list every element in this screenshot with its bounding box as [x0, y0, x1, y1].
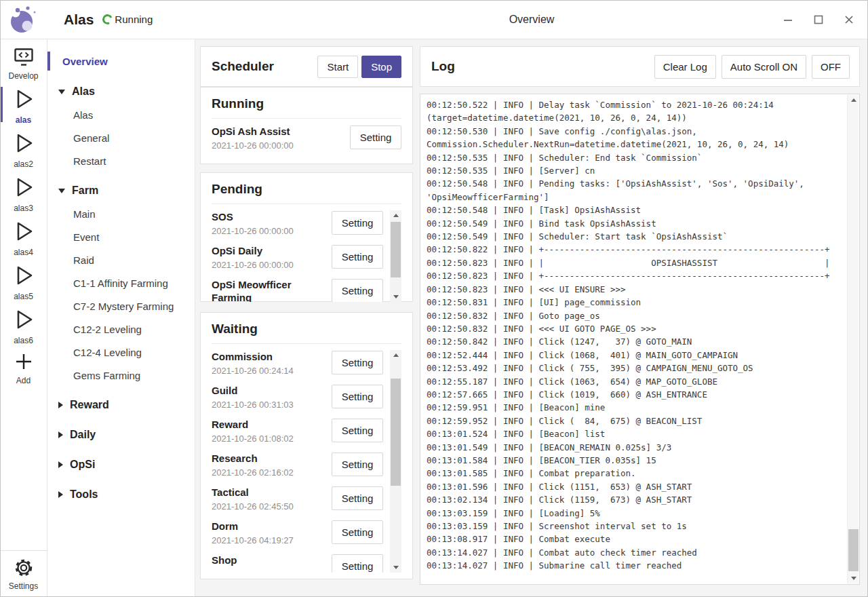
setting-button[interactable]: Setting [332, 419, 383, 442]
menu-section-daily[interactable]: Daily [47, 423, 195, 446]
setting-button[interactable]: Setting [332, 351, 383, 374]
rail-item-settings[interactable]: Settings [0, 550, 47, 597]
log-scrollbar-thumb[interactable] [848, 529, 859, 571]
rail-item-alas4[interactable]: alas4 [0, 216, 47, 260]
scroll-down-icon[interactable] [390, 292, 401, 302]
pending-scrollbar-thumb[interactable] [391, 222, 401, 277]
menu-section-label: Reward [70, 399, 109, 411]
menu-item-gems-farming[interactable]: Gems Farming [47, 364, 195, 387]
task-name: OpSi Ash Assist [212, 125, 320, 138]
play-icon [12, 131, 35, 158]
rail-item-alas5[interactable]: alas5 [0, 260, 47, 304]
auto-scroll-off-button[interactable]: OFF [812, 55, 850, 79]
scroll-up-icon[interactable] [848, 95, 859, 105]
setting-button[interactable]: Setting [332, 279, 383, 302]
menu-item-c1-1-affinity-farming[interactable]: C1-1 Affinity Farming [47, 271, 195, 294]
task-row: Research2021-10-26 02:16:02Setting [212, 452, 383, 486]
menu-section-label: Daily [70, 429, 96, 441]
chevron-down-icon [58, 189, 65, 193]
menu-item-alas[interactable]: Alas [47, 103, 195, 126]
menu-section-label: Tools [70, 488, 98, 501]
task-row: Guild2021-10-26 00:31:03Setting [212, 384, 383, 418]
menu-item-restart[interactable]: Restart [47, 149, 195, 172]
running-spinner-icon [101, 13, 114, 26]
running-list: OpSi Ash Assist2021-10-26 00:00:00Settin… [212, 125, 401, 159]
rail-item-alas6[interactable]: alas6 [0, 304, 47, 348]
task-name: Dorm [212, 520, 320, 533]
maximize-button[interactable] [803, 0, 833, 39]
setting-button[interactable]: Setting [332, 245, 383, 269]
rail-item-label: alas3 [14, 204, 33, 213]
setting-button[interactable]: Setting [332, 452, 383, 476]
menu-item-event[interactable]: Event [47, 225, 195, 248]
task-time: 2021-10-26 02:45:50 [212, 501, 326, 512]
status-label: Running [115, 14, 153, 25]
menu-section-label: Alas [72, 85, 95, 98]
task-name: Research [212, 452, 320, 465]
log-scrollbar[interactable] [847, 95, 859, 583]
auto-scroll-on-button[interactable]: Auto Scroll ON [722, 55, 806, 79]
window-controls [772, 0, 864, 39]
setting-button[interactable]: Setting [332, 211, 383, 235]
setting-button[interactable]: Setting [332, 520, 383, 544]
play-icon [12, 307, 35, 334]
app-name: Alas [64, 12, 94, 28]
develop-icon [12, 47, 35, 70]
menu-section-alas[interactable]: Alas [47, 80, 195, 103]
waiting-scrollbar-thumb[interactable] [391, 379, 401, 486]
pending-scrollbar[interactable] [390, 210, 401, 302]
maximize-icon [814, 15, 823, 24]
rail-item-alas2[interactable]: alas2 [0, 128, 47, 172]
task-name: Tactical [212, 486, 320, 499]
log-output[interactable]: 00:12:50.522 | INFO | Delay task `Commis… [420, 94, 860, 585]
play-icon [12, 87, 35, 114]
task-row: Reward2021-10-26 01:08:02Setting [212, 418, 383, 452]
menu-item-raid[interactable]: Raid [47, 248, 195, 271]
rail-item-add[interactable]: Add [0, 348, 47, 388]
close-button[interactable] [833, 0, 864, 39]
waiting-scrollbar[interactable] [390, 350, 401, 573]
waiting-list: Commission2021-10-26 00:24:14SettingGuil… [212, 350, 401, 573]
task-row: OpSi Ash Assist2021-10-26 00:00:00Settin… [212, 125, 401, 159]
rail-item-develop[interactable]: Develop [0, 43, 47, 83]
rail-item-alas3[interactable]: alas3 [0, 172, 47, 216]
menu-section-farm[interactable]: Farm [47, 179, 195, 202]
menu-item-c12-4-leveling[interactable]: C12-4 Leveling [47, 341, 195, 364]
task-name: Reward [212, 418, 320, 431]
menu-item-general[interactable]: General [47, 126, 195, 149]
play-icon [12, 219, 35, 246]
gear-icon [14, 558, 33, 580]
setting-button[interactable]: Setting [332, 385, 383, 408]
add-icon [14, 351, 34, 374]
task-time: 2021-10-26 01:08:02 [212, 434, 326, 444]
clear-log-button[interactable]: Clear Log [654, 55, 716, 79]
setting-button[interactable]: Setting [350, 126, 401, 149]
chevron-right-icon [58, 402, 63, 408]
scroll-up-icon[interactable] [390, 350, 401, 360]
start-button[interactable]: Start [317, 56, 358, 78]
scroll-down-icon[interactable] [390, 562, 401, 573]
menu-item-main[interactable]: Main [47, 202, 195, 225]
task-time: 2021-10-26 00:24:14 [212, 366, 326, 376]
rail-item-label: Develop [8, 71, 38, 81]
menu-item-c12-2-leveling[interactable]: C12-2 Leveling [47, 317, 195, 341]
setting-button[interactable]: Setting [332, 486, 383, 510]
stop-button[interactable]: Stop [361, 56, 401, 78]
menu-item-c7-2-mystery-farming[interactable]: C7-2 Mystery Farming [47, 294, 195, 317]
log-column: Log Clear Log Auto Scroll ON OFF 00:12:5… [420, 46, 860, 597]
rail-item-label: Settings [9, 581, 38, 591]
task-row: Commission2021-10-26 00:24:14Setting [212, 350, 383, 384]
minimize-button[interactable] [772, 0, 803, 39]
chevron-right-icon [58, 431, 63, 438]
menu-item-overview[interactable]: Overview [47, 49, 195, 73]
menu-section-opsi[interactable]: OpSi [47, 453, 195, 476]
menu-section-reward[interactable]: Reward [47, 393, 195, 417]
task-name: Shop [212, 554, 320, 566]
scroll-up-icon[interactable] [390, 210, 401, 220]
task-row: OpSi Daily2021-10-26 00:00:00Setting [212, 244, 383, 278]
menu-section-tools[interactable]: Tools [47, 483, 195, 506]
scroll-down-icon[interactable] [848, 573, 859, 583]
setting-button[interactable]: Setting [332, 554, 383, 573]
waiting-card: WaitingCommission2021-10-26 00:24:14Sett… [200, 312, 413, 579]
rail-item-alas[interactable]: alas [0, 83, 47, 128]
